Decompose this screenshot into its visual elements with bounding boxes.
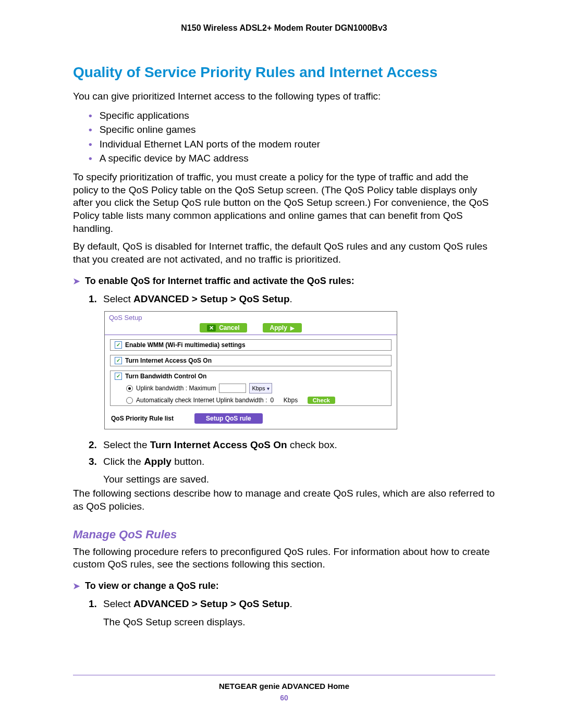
step-text: . [290, 598, 292, 609]
step: Select ADVANCED > Setup > QoS Setup. [89, 597, 495, 611]
page-footer: NETGEAR genie ADVANCED Home 60 [73, 675, 495, 702]
step-bold: ADVANCED > Setup > QoS Setup [133, 293, 289, 304]
bw-control-label: Turn Bandwidth Control On [125, 373, 206, 380]
step-text: check box. [287, 439, 337, 450]
auto-label: Automatically check Internet Uplink band… [136, 397, 267, 404]
step-text: Click the [103, 456, 144, 467]
step-substep: Your settings are saved. [103, 474, 495, 485]
bw-control-checkbox[interactable]: ✓ [115, 373, 122, 380]
procedure-heading: ➤To view or change a QoS rule: [73, 581, 495, 591]
setup-qos-rule-button[interactable]: Setup QoS rule [194, 413, 263, 424]
apply-button[interactable]: Apply ▶ [263, 323, 302, 332]
wmm-label: Enable WMM (Wi-Fi multimedia) settings [125, 341, 246, 349]
apply-label: Apply [270, 324, 287, 331]
cancel-button[interactable]: ✕ Cancel [200, 323, 247, 332]
figure-titlebar: QoS Setup ✕ Cancel Apply ▶ [105, 312, 397, 335]
list-item: Specific online games [89, 122, 495, 137]
step: Select the Turn Internet Access QoS On c… [89, 438, 495, 452]
arrow-icon: ➤ [73, 582, 80, 590]
section-heading: Manage QoS Rules [73, 528, 495, 541]
figure-toolbar: ✕ Cancel Apply ▶ [109, 323, 393, 335]
body-para: The following procedure refers to precon… [73, 546, 495, 571]
step-bold: ADVANCED > Setup > QoS Setup [133, 598, 289, 609]
rule-list-label: QoS Priority Rule list [111, 415, 174, 422]
check-button[interactable]: Check [308, 397, 335, 404]
body-para: By default, QoS is disabled for Internet… [73, 240, 495, 266]
procedure-steps-cont: Select the Turn Internet Access QoS On c… [89, 438, 495, 468]
body-para: To specify prioritization of traffic, yo… [73, 171, 495, 235]
procedure-steps: Select ADVANCED > Setup > QoS Setup. [89, 597, 495, 611]
arrow-icon: ➤ [73, 277, 80, 286]
uplink-unit-select[interactable]: Kbps ▾ [249, 383, 272, 393]
close-icon: ✕ [207, 325, 216, 331]
step: Click the Apply button. [89, 454, 495, 469]
step-substep: The QoS Setup screen displays. [103, 616, 495, 628]
step: Select ADVANCED > Setup > QoS Setup. [89, 292, 495, 306]
uplink-unit: Kbps [252, 385, 265, 391]
intro-para: You can give prioritized Internet access… [73, 90, 495, 103]
list-item: A specific device by MAC address [89, 151, 495, 166]
page-title: Quality of Service Priority Rules and In… [73, 64, 495, 81]
step-bold: Turn Internet Access QoS On [150, 439, 287, 450]
step-text: Select the [103, 439, 150, 450]
uplink-radio[interactable] [126, 385, 133, 392]
auto-value: 0 [270, 397, 274, 404]
internet-qos-label: Turn Internet Access QoS On [125, 357, 212, 364]
uplink-input[interactable] [219, 384, 246, 393]
cancel-label: Cancel [219, 324, 239, 331]
step-text: Select [103, 293, 133, 304]
step-text: Select [103, 598, 133, 609]
bandwidth-section: ✓ Turn Bandwidth Control On Uplink bandw… [110, 371, 391, 406]
chevron-down-icon: ▾ [267, 386, 270, 391]
procedure-title: To enable QoS for Internet traffic and a… [85, 276, 354, 286]
wmm-checkbox[interactable]: ✓ [115, 341, 122, 349]
footer-divider [73, 675, 495, 675]
doc-header: N150 Wireless ADSL2+ Modem Router DGN100… [73, 23, 495, 33]
step-text: . [290, 293, 292, 304]
wmm-section: ✓ Enable WMM (Wi-Fi multimedia) settings [110, 339, 391, 351]
body-para: The following sections describe how to m… [73, 487, 495, 513]
step-bold: Apply [144, 456, 172, 467]
footer-title: NETGEAR genie ADVANCED Home [73, 682, 495, 690]
page-number: 60 [73, 694, 495, 702]
list-item: Individual Ethernet LAN ports of the mod… [89, 137, 495, 152]
figure-bottom-row: QoS Priority Rule list Setup QoS rule [105, 410, 397, 429]
chevron-right-icon: ▶ [290, 325, 295, 331]
traffic-types-list: Specific applications Specific online ga… [89, 108, 495, 166]
procedure-steps: Select ADVANCED > Setup > QoS Setup. [89, 292, 495, 306]
procedure-title: To view or change a QoS rule: [85, 581, 219, 591]
uplink-label: Uplink bandwidth : Maximum [136, 385, 216, 392]
auto-radio[interactable] [126, 397, 133, 404]
procedure-heading: ➤To enable QoS for Internet traffic and … [73, 276, 495, 287]
qos-setup-figure: QoS Setup ✕ Cancel Apply ▶ ✓ Enable WMM … [104, 311, 397, 429]
figure-title: QoS Setup [109, 314, 393, 323]
list-item: Specific applications [89, 108, 495, 123]
internet-qos-section: ✓ Turn Internet Access QoS On [110, 355, 391, 366]
internet-qos-checkbox[interactable]: ✓ [115, 357, 122, 364]
step-text: button. [172, 456, 204, 467]
auto-unit: Kbps [284, 397, 298, 404]
